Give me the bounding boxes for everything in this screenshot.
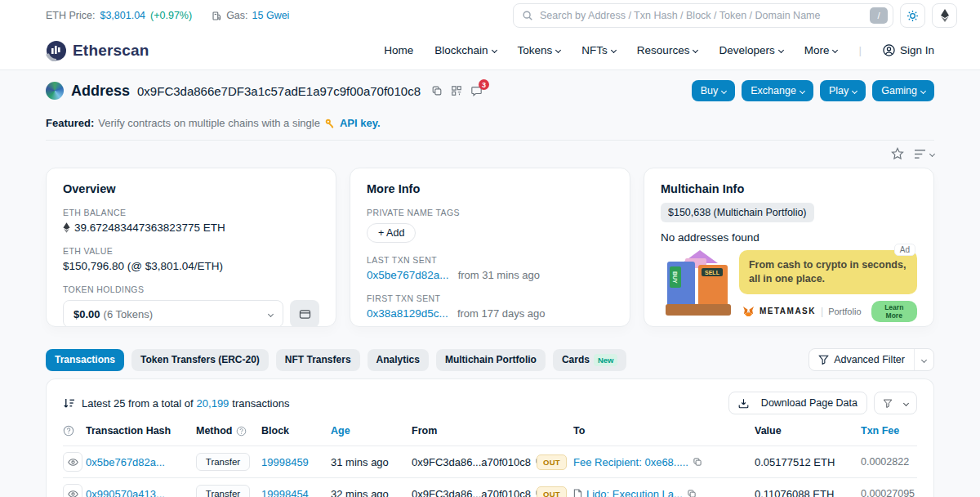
chevron-down-icon <box>832 47 838 53</box>
column-txn-fee-sort[interactable]: Txn Fee <box>861 425 917 437</box>
transactions-summary: Latest 25 from a total of 20,199 transac… <box>63 392 917 414</box>
eth-value-label: ETH VALUE <box>63 246 319 256</box>
token-holdings-value: $0.00 <box>74 308 100 320</box>
ad-buy-label: BUY <box>670 266 681 288</box>
tab-nft-transfers[interactable]: NFT Transfers <box>276 349 360 371</box>
chevron-down-icon <box>721 87 727 93</box>
copy-icon[interactable] <box>431 85 443 96</box>
etherscan-logo[interactable]: Etherscan <box>46 40 149 61</box>
sun-icon <box>906 10 919 22</box>
metamask-fox-icon <box>742 306 755 317</box>
add-name-tag-button[interactable]: + Add <box>367 223 416 243</box>
column-age-sort[interactable]: Age <box>331 425 412 437</box>
chevron-down-icon <box>800 87 805 93</box>
to-address-link[interactable]: Fee Recipient: 0xe68..... <box>573 456 688 468</box>
multichain-portfolio-badge[interactable]: $150,638 (Multichain Portfolio) <box>661 203 814 222</box>
etherscan-logo-icon <box>46 40 67 61</box>
chevron-down-icon <box>693 47 698 53</box>
nav-item-more[interactable]: More <box>804 44 838 56</box>
chevron-down-icon <box>929 150 935 156</box>
network-switch-button[interactable] <box>932 3 957 28</box>
gas-label: Gas: <box>226 10 247 21</box>
search-icon <box>522 10 533 21</box>
advanced-filter-caret[interactable] <box>914 349 933 370</box>
nav-item-nfts[interactable]: NFTs <box>581 44 616 56</box>
age-value: 32 mins ago <box>331 488 412 497</box>
nav-item-resources[interactable]: Resources <box>637 44 698 56</box>
token-holdings-select[interactable]: $0.00 (6 Tokens) <box>63 300 283 327</box>
advanced-filter-button[interactable]: Advanced Filter <box>809 354 914 365</box>
preview-eye-button[interactable] <box>63 452 82 472</box>
block-link[interactable]: 19998459 <box>261 456 309 468</box>
transaction-count-link[interactable]: 20,199 <box>197 397 229 410</box>
theme-toggle-button[interactable] <box>900 3 925 28</box>
column-to: To <box>573 425 755 437</box>
first-txn-hash-link[interactable]: 0x38a8129d5c... <box>367 307 448 320</box>
tab-transactions[interactable]: Transactions <box>46 349 124 371</box>
eth-price-value[interactable]: $3,801.04 <box>100 10 145 21</box>
play-button[interactable]: Play <box>820 80 866 101</box>
copy-icon[interactable] <box>687 489 697 497</box>
buy-button[interactable]: Buy <box>692 80 736 101</box>
comments-icon[interactable]: 3 <box>470 85 483 96</box>
address-avatar <box>46 82 64 100</box>
view-options-button[interactable] <box>914 149 934 159</box>
help-icon[interactable] <box>236 426 247 437</box>
block-link[interactable]: 19998454 <box>261 488 309 497</box>
chevron-down-icon <box>920 87 926 93</box>
tab-cards[interactable]: CardsNew <box>553 349 627 371</box>
txn-hash-link[interactable]: 0x990570a413... <box>86 488 165 497</box>
qr-code-icon[interactable] <box>451 85 462 96</box>
nav-item-tokens[interactable]: Tokens <box>518 44 561 56</box>
funnel-icon <box>818 355 829 365</box>
txn-hash-link[interactable]: 0x5be767d82a... <box>86 456 165 468</box>
last-txn-hash-link[interactable]: 0x5be767d82a... <box>367 269 449 281</box>
sign-in-button[interactable]: Sign In <box>883 44 934 56</box>
method-badge: Transfer <box>196 453 250 471</box>
sort-icon <box>63 398 75 409</box>
method-badge: Transfer <box>196 485 250 497</box>
nav-item-home[interactable]: Home <box>384 44 413 56</box>
search-input[interactable] <box>540 10 863 21</box>
gas-value[interactable]: 15 Gwei <box>252 10 290 21</box>
ad-product: Portfolio <box>828 307 861 316</box>
api-key-link[interactable]: API key. <box>340 117 381 129</box>
featured-text: Verify contracts on multiple chains with… <box>98 117 320 129</box>
column-method: Method <box>196 425 232 437</box>
nav-item-blockchain[interactable]: Blockchain <box>434 44 496 56</box>
copy-icon[interactable] <box>693 457 702 467</box>
more-info-title: More Info <box>367 182 613 195</box>
gas-pump-icon <box>212 11 222 21</box>
ethereum-icon <box>940 9 950 22</box>
preview-eye-button[interactable] <box>63 484 82 497</box>
tab-token-transfers[interactable]: Token Transfers (ERC-20) <box>131 349 269 371</box>
search-bar[interactable]: / <box>513 3 893 28</box>
chevron-down-icon <box>268 311 274 316</box>
exchange-button[interactable]: Exchange <box>742 80 813 101</box>
eth-balance-value: 39.672483447363823775 ETH <box>74 222 225 234</box>
tab-analytics[interactable]: Analytics <box>368 349 429 371</box>
tab-multichain-portfolio[interactable]: Multichain Portfolio <box>436 349 546 371</box>
market-stats: ETH Price: $3,801.04 (+0.97%) Gas: 15 Gw… <box>46 10 289 21</box>
wallet-button[interactable] <box>290 300 319 327</box>
star-icon[interactable] <box>891 147 904 160</box>
help-icon[interactable] <box>63 425 74 437</box>
age-value: 31 mins ago <box>331 456 412 468</box>
txn-value: 0.11076088 ETH <box>755 488 861 497</box>
download-page-data-button[interactable]: Download Page Data <box>728 392 867 414</box>
page-tools <box>46 146 934 162</box>
ad-cta-button[interactable]: Learn More <box>871 301 918 322</box>
txn-fee: 0.0002822 <box>861 456 917 468</box>
summary-suffix: transactions <box>232 397 289 410</box>
from-address: 0x9FC3da86...a70f010c8 <box>412 456 531 468</box>
gaming-button[interactable]: Gaming <box>872 80 934 101</box>
multichain-title: Multichain Info <box>661 182 917 195</box>
contract-document-icon <box>573 489 582 497</box>
ad-banner[interactable]: Ad BUY SELL From cash to crypto in secon… <box>661 250 917 322</box>
nav-divider: | <box>858 44 862 56</box>
transactions-panel: Latest 25 from a total of 20,199 transac… <box>46 378 934 497</box>
nav-item-developers[interactable]: Developers <box>719 44 782 56</box>
search-shortcut-badge: / <box>870 7 888 24</box>
table-filter-button[interactable] <box>874 392 917 414</box>
to-address-link[interactable]: Lido: Execution La... <box>586 488 683 497</box>
